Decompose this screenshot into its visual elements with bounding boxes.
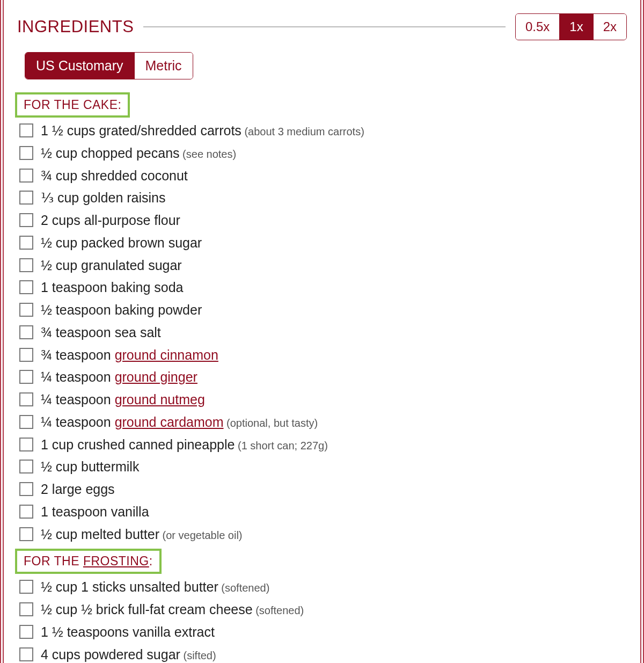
ingredient-text: ½ cup packed brown sugar [41,234,202,252]
ingredient-text: 1 ½ cups grated/shredded carrots (about … [41,122,364,140]
ingredient-checkbox[interactable] [19,415,33,429]
ingredient-checkbox[interactable] [19,258,33,272]
ingredient-name: all-purpose flour [84,213,180,228]
ingredient-amount: ½ [41,459,56,474]
ingredient-unit: cup [56,168,81,183]
ingredient-name: eggs [85,482,114,497]
ingredient-checkbox[interactable] [19,580,33,594]
ingredient-item: ¼ teaspoon ground nutmeg [19,389,627,411]
section-heading-text: FOR THE CAKE: [24,98,121,112]
ingredient-checkbox[interactable] [19,325,33,339]
ingredient-amount: ⅓ [41,190,57,205]
ingredient-checkbox[interactable] [19,482,33,496]
ingredient-checkbox[interactable] [19,392,33,406]
ingredient-checkbox[interactable] [19,169,33,183]
ingredient-list: ½ cup 1 sticks unsalted butter (softened… [19,576,627,663]
ingredient-checkbox[interactable] [19,123,33,137]
ingredient-item: 1 ½ teaspoons vanilla extract [19,621,627,644]
ingredient-checkbox[interactable] [19,505,33,519]
ingredient-text: 1 teaspoon baking soda [41,279,184,297]
ingredient-text: ½ cup 1 sticks unsalted butter (softened… [41,578,269,596]
ingredient-name: shredded coconut [81,168,188,183]
ingredient-amount: ½ [41,579,56,594]
ingredient-amount: 2 [41,213,52,228]
ingredient-name: baking powder [115,302,202,317]
ingredient-checkbox[interactable] [19,191,33,205]
ingredient-unit: cup [57,190,83,205]
ingredient-checkbox[interactable] [19,602,33,616]
ingredient-unit: cup [52,437,77,452]
ingredient-unit: teaspoon [56,347,115,362]
ingredient-name[interactable]: ground cinnamon [115,347,218,362]
ingredient-text: 4 cups powdered sugar (sifted) [41,646,216,664]
unit-button-metric[interactable]: Metric [134,53,193,79]
ingredient-unit: teaspoon [56,369,115,384]
ingredient-item: ½ cup 1 sticks unsalted butter (softened… [19,576,627,599]
ingredient-note: (softened) [253,604,304,616]
ingredient-amount: ½ [41,258,56,273]
scale-button-2x[interactable]: 2x [594,14,626,40]
ingredient-amount: 4 [41,647,52,662]
ingredient-text: ⅓ cup golden raisins [41,189,165,207]
ingredient-checkbox[interactable] [19,236,33,250]
ingredient-unit: teaspoon [56,392,115,407]
ingredient-item: 2 large eggs [19,478,627,501]
ingredient-name: vanilla extract [133,624,215,639]
ingredient-list: 1 ½ cups grated/shredded carrots (about … [19,120,627,545]
ingredient-amount: ¾ [41,168,56,183]
ingredients-header: INGREDIENTS 0.5x1x2x [17,13,627,40]
ingredient-name: ½ brick full-fat cream cheese [81,602,253,617]
ingredient-amount: ¼ [41,369,56,384]
ingredient-item: ½ cup ½ brick full-fat cream cheese (sof… [19,599,627,621]
ingredient-note: (optional, but tasty) [224,417,318,429]
unit-button-us-customary[interactable]: US Customary [25,53,134,79]
section-title: INGREDIENTS [17,17,134,37]
ingredient-name[interactable]: ground nutmeg [115,392,205,407]
ingredient-checkbox[interactable] [19,348,33,362]
ingredient-text: 2 cups all-purpose flour [41,212,180,230]
section-heading-link[interactable]: FROSTING [83,554,149,568]
ingredient-note: (see notes) [180,148,237,160]
ingredient-checkbox[interactable] [19,370,33,384]
divider-line [143,26,506,27]
ingredient-amount: ¾ [41,347,56,362]
ingredient-text: 1 cup crushed canned pineapple (1 short … [41,436,328,454]
scale-button-1x[interactable]: 1x [560,14,593,40]
ingredient-checkbox[interactable] [19,527,33,541]
ingredient-note: (1 short can; 227g) [235,440,327,451]
ingredient-amount: ½ [41,302,56,317]
ingredient-checkbox[interactable] [19,213,33,227]
ingredient-name: 1 sticks unsalted butter [81,579,218,594]
ingredient-text: ½ cup buttermilk [41,458,139,476]
ingredient-unit: cups [52,213,84,228]
ingredient-checkbox[interactable] [19,625,33,639]
ingredient-name: buttermilk [81,459,139,474]
ingredient-checkbox[interactable] [19,303,33,317]
scale-button-0.5x[interactable]: 0.5x [516,14,560,40]
ingredient-name: vanilla [111,504,149,519]
ingredient-note: (or vegetable oil) [159,529,243,541]
ingredient-text: ¼ teaspoon ground cardamom (optional, bu… [41,413,318,432]
section-heading: FOR THE CAKE: [15,92,130,118]
ingredient-amount: 1 ½ [41,123,67,138]
ingredient-name: chopped pecans [81,145,179,161]
ingredient-name[interactable]: ground ginger [115,369,197,384]
ingredient-item: 1 teaspoon vanilla [19,501,627,523]
ingredient-checkbox[interactable] [19,647,33,661]
ingredient-checkbox[interactable] [19,280,33,294]
ingredient-note: (sifted) [180,650,216,661]
ingredient-item: ½ cup chopped pecans (see notes) [19,142,627,165]
ingredient-checkbox[interactable] [19,460,33,473]
ingredient-unit: cup [56,527,81,542]
ingredient-note: (softened) [218,582,270,594]
ingredient-checkbox[interactable] [19,438,33,451]
ingredient-checkbox[interactable] [19,146,33,160]
ingredient-text: ½ cup granulated sugar [41,257,182,275]
ingredient-unit: cup [56,602,81,617]
ingredient-item: ¼ teaspoon ground cardamom (optional, bu… [19,411,627,434]
ingredient-item: ⅓ cup golden raisins [19,187,627,209]
ingredient-text: ¾ teaspoon sea salt [41,324,161,342]
ingredient-name: grated/shredded carrots [99,123,241,138]
ingredient-name[interactable]: ground cardamom [115,414,224,429]
ingredient-amount: 2 [41,482,52,497]
